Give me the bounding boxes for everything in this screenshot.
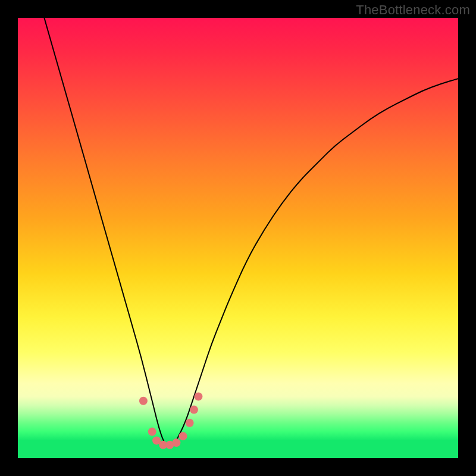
plot-svg [18,18,458,458]
chart-frame: TheBottleneck.com [0,0,476,476]
highlight-point [172,439,180,447]
bottleneck-curve [44,18,458,447]
highlight-point [190,406,198,414]
highlight-point [186,419,194,427]
highlight-point [194,392,202,400]
attribution-watermark: TheBottleneck.com [356,2,470,18]
highlight-point [139,397,148,405]
highlight-point [179,432,187,440]
highlight-point [148,428,156,436]
plot-area [18,18,458,458]
